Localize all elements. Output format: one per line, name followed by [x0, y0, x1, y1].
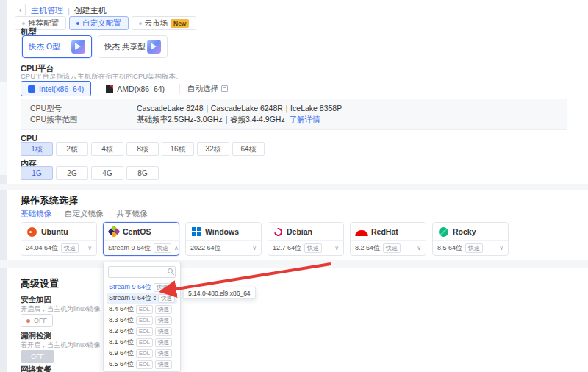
cpu-option-16core[interactable]: 16核: [162, 142, 194, 156]
os-version-select[interactable]: Stream 9 64位 快速 ∧: [104, 241, 179, 255]
os-card-centos[interactable]: CentOS Stream 9 64位 快速 ∧: [103, 222, 179, 256]
platform-option-label: Intel(x86_64): [39, 85, 84, 93]
fast-tag: 快速: [304, 243, 322, 253]
platform-auto-select-option[interactable]: 自动选择: [187, 84, 228, 94]
platform-option-label: AMD(x86_64): [117, 85, 165, 93]
chevron-down-icon[interactable]: ∨: [252, 245, 257, 251]
kuaijie-logo-icon: [147, 40, 161, 54]
new-badge: New: [171, 19, 189, 28]
os-name: Windows: [205, 227, 239, 236]
tab-dot-icon: [22, 22, 25, 25]
vulnerability-detect-desc: 若开启，当主机为linux镜像，自动免费开启: [21, 340, 107, 350]
kuaijie-logo-icon: [71, 40, 85, 54]
os-version-select[interactable]: 12.7 64位 快速 ∨: [268, 241, 343, 255]
os-name: CentOS: [123, 227, 151, 236]
chevron-down-icon[interactable]: ∨: [87, 245, 92, 251]
debian-icon: [273, 226, 284, 237]
os-version: 12.7 64位: [273, 243, 301, 253]
chevron-down-icon[interactable]: ∨: [417, 245, 421, 251]
dropdown-item-label: Stream 9 64位 davdbot: [109, 293, 156, 303]
cpu-option-32core[interactable]: 32核: [197, 142, 229, 156]
rocky-icon: [439, 227, 448, 237]
fast-tag: 快速: [155, 305, 172, 314]
amd-icon: [106, 85, 113, 93]
windows-icon: [192, 227, 201, 236]
toggle-state-label: OFF: [31, 353, 44, 360]
eol-tag: EOL: [136, 338, 153, 347]
os-card-rocky[interactable]: Rocky 8.5 64位 快速 ∨: [432, 222, 509, 256]
os-card-header: Debian: [268, 223, 343, 241]
os-version-select[interactable]: 24.04 64位 快速 ∨: [21, 241, 96, 255]
os-version: Stream 9 64位: [108, 243, 151, 253]
dropdown-item-stream9[interactable]: Stream 9 64位 快速: [107, 282, 177, 293]
os-name: Ubuntu: [41, 227, 68, 236]
cpu-option-2core[interactable]: 2核: [56, 142, 88, 156]
chevron-down-icon[interactable]: ∨: [499, 245, 503, 251]
os-card-windows[interactable]: Windows 2022 64位 ∨: [185, 222, 262, 256]
breadcrumb-host-management[interactable]: 主机管理: [31, 5, 63, 16]
fast-tag: 快速: [383, 243, 401, 253]
learn-more-link[interactable]: 了解详情: [290, 115, 320, 125]
dropdown-item-label: 8.2 64位: [109, 326, 134, 336]
page-title: 创建主机: [74, 5, 107, 16]
memory-option-1g[interactable]: 1G: [21, 166, 53, 180]
dropdown-item-8-3[interactable]: 8.3 64位 EOL 快速: [107, 315, 177, 326]
dropdown-item-8-2[interactable]: 8.2 64位 EOL 快速: [107, 326, 177, 337]
eol-tag: EOL: [136, 316, 153, 325]
dropdown-item-label: 8.1 64位: [109, 337, 134, 347]
fast-tag: 快速: [61, 243, 79, 253]
os-version-select[interactable]: 8.5 64位 快速 ∨: [433, 241, 508, 255]
cpu-option-4core[interactable]: 4核: [91, 142, 123, 156]
machine-card-kuaijie-o[interactable]: 快杰 O型: [22, 35, 92, 58]
eol-tag: EOL: [136, 327, 153, 336]
dropdown-item-8-1[interactable]: 8.1 64位 EOL 快速: [107, 337, 177, 348]
machine-card-kuaijie-shared[interactable]: 快杰 共享型: [98, 35, 168, 58]
back-chevron-icon: ‹: [19, 5, 22, 14]
centos-icon: [108, 226, 121, 238]
divider: [179, 84, 180, 94]
platform-amd-option[interactable]: AMD(x86_64): [98, 81, 172, 96]
memory-option-8g[interactable]: 8G: [126, 166, 159, 180]
vulnerability-detect-toggle[interactable]: OFF: [21, 350, 54, 363]
config-tabs: 推荐配置 自定义配置 云市场 New: [15, 16, 196, 30]
os-version-select[interactable]: 8.2 64位 快速 ∨: [351, 241, 426, 255]
create-host-page: ‹ 主机管理 | 创建主机 推荐配置 自定义配置 云市场 New 机型 快杰 O…: [0, 0, 588, 372]
machine-card-name: 快杰 共享型: [104, 42, 145, 52]
platform-intel-option[interactable]: Intel(x86_64): [21, 81, 91, 96]
os-version-select[interactable]: 2022 64位 ∨: [186, 241, 261, 255]
intel-icon: [28, 85, 35, 93]
fast-tag: 快速: [155, 327, 172, 336]
dropdown-item-8-4[interactable]: 8.4 64位 EOL 快速: [107, 304, 177, 315]
dropdown-item-6-9[interactable]: 6.9 64位 EOL 快速: [107, 348, 177, 359]
kernel-version-text: 5.14.0-480.el9.x86_64: [188, 290, 251, 297]
os-card-header: Windows: [186, 223, 261, 241]
chevron-down-icon[interactable]: ∨: [334, 245, 339, 251]
security-hardening-toggle[interactable]: OFF: [21, 314, 53, 327]
memory-option-4g[interactable]: 4G: [91, 166, 123, 180]
cpu-frequency-value: 基础频率2.5GHz-3.0GHz｜睿频3.4-4.9GHz: [137, 115, 285, 125]
memory-option-2g[interactable]: 2G: [56, 166, 88, 180]
dropdown-item-6-5[interactable]: 6.5 64位 EOL 快速: [107, 359, 177, 370]
cpu-model-row: CPU型号 CascadeLake 8248｜CascadeLake 6248R…: [30, 104, 558, 114]
fast-tag: 快速: [465, 243, 483, 253]
cpu-model-label: CPU型号: [30, 104, 137, 114]
fast-tag: 快速: [155, 360, 172, 369]
os-card-header: CentOS: [104, 223, 179, 241]
os-card-ubuntu[interactable]: Ubuntu 24.04 64位 快速 ∨: [21, 222, 97, 256]
cpu-option-8core[interactable]: 8核: [126, 142, 159, 156]
os-card-redhat[interactable]: RedHat 8.2 64位 快速 ∨: [350, 222, 426, 256]
os-card-debian[interactable]: Debian 12.7 64位 快速 ∨: [268, 222, 344, 256]
cpu-option-64core[interactable]: 64核: [232, 142, 265, 156]
chevron-up-icon[interactable]: ∧: [174, 245, 179, 251]
security-hardening-desc: 开启后，当主机为linux镜像，自动免费安装: [21, 304, 107, 314]
tab-custom-config[interactable]: 自定义配置: [69, 16, 129, 30]
dropdown-item-stream9-variant[interactable]: Stream 9 64位 davdbot 快速: [107, 293, 177, 304]
os-version: 8.2 64位: [355, 243, 380, 253]
fast-tag: 快速: [155, 349, 172, 358]
toggle-state-label: OFF: [34, 317, 47, 324]
os-name: RedHat: [371, 227, 398, 236]
dropdown-search-input[interactable]: [108, 266, 176, 278]
tab-cloud-market[interactable]: 云市场 New: [132, 16, 197, 30]
cpu-option-1core[interactable]: 1核: [21, 142, 53, 156]
back-button[interactable]: ‹: [15, 4, 26, 15]
